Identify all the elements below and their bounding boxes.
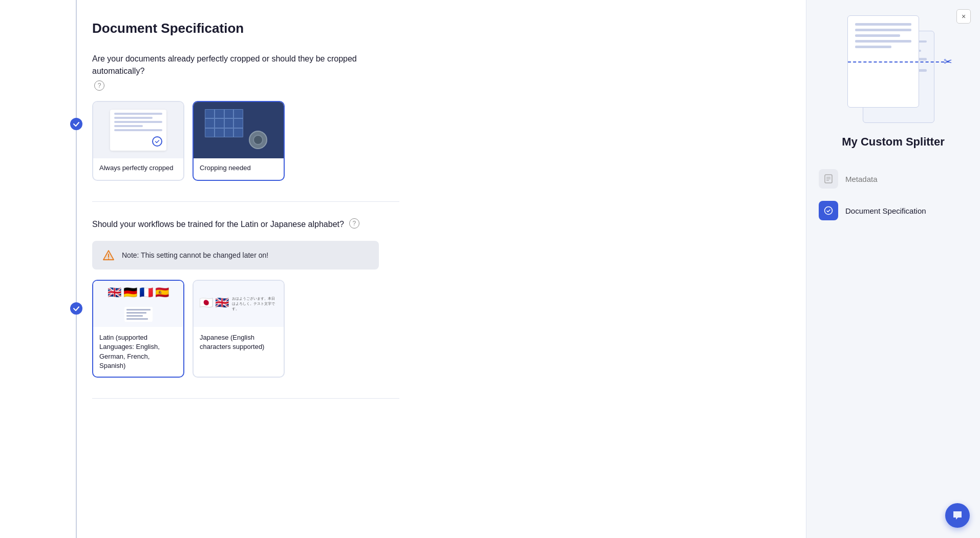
scissors-dashed-line (848, 61, 949, 63)
latin-mini-doc (124, 307, 153, 322)
flag-gb-jp: 🇬🇧 (215, 296, 229, 309)
svg-point-6 (825, 207, 833, 215)
page-title: Document Specification (92, 20, 775, 36)
japanese-card-image: 🇯🇵 🇬🇧 おはようございます。本日はよろしく。テスト文字です。 (194, 281, 284, 327)
japanese-card[interactable]: 🇯🇵 🇬🇧 おはようございます。本日はよろしく。テスト文字です。 Japanes… (193, 280, 285, 378)
cropped-doc-illustration (110, 110, 166, 151)
always-cropped-card[interactable]: Always perfectly cropped (92, 101, 184, 181)
section-alphabet: Should your workflows be trained for the… (92, 218, 775, 378)
doc-spec-step-icon (819, 201, 838, 220)
flag-de: 🇩🇪 (123, 286, 137, 299)
flag-es: 🇪🇸 (155, 286, 169, 299)
cropping-cards-row: Always perfectly cropped (92, 101, 775, 181)
timeline-dot-2 (70, 302, 82, 315)
doc-spec-step-label: Document Specification (845, 206, 926, 215)
latin-label: Latin (supported Languages: English, Ger… (93, 327, 183, 377)
panel-doc-main: ✂ (847, 15, 919, 108)
cropping-needed-image (194, 102, 284, 158)
latin-flags: 🇬🇧 🇩🇪 🇫🇷 🇪🇸 (108, 286, 169, 299)
chat-button[interactable] (945, 503, 970, 528)
check-overlay (152, 136, 162, 147)
section-cropping: Are your documents already perfectly cro… (92, 53, 775, 181)
always-cropped-label: Always perfectly cropped (93, 158, 183, 180)
cropping-needed-card[interactable]: Cropping needed (193, 101, 285, 181)
scissors-icon: ✂ (944, 55, 952, 68)
timeline-dot-1 (70, 118, 82, 130)
panel-doc-illustration: ✂ (847, 15, 940, 123)
doc-line-5 (114, 129, 162, 131)
japanese-label: Japanese (English characters supported) (194, 327, 284, 358)
panel-title: My Custom Splitter (819, 135, 968, 149)
camera-lens (253, 135, 263, 145)
doc-line-1 (114, 113, 162, 115)
timeline-line (76, 0, 77, 538)
flag-fr: 🇫🇷 (139, 286, 153, 299)
japanese-sample-text: おはようございます。本日はよろしく。テスト文字です。 (232, 296, 278, 311)
alphabet-question: Should your workflows be trained for the… (92, 218, 399, 231)
cropping-help-icon[interactable]: ? (94, 80, 104, 91)
laptop-body (205, 109, 243, 137)
panel-step-doc-spec[interactable]: Document Specification (819, 195, 968, 226)
cropping-question: Are your documents already perfectly cro… (92, 53, 399, 91)
desk-scene (203, 107, 274, 153)
flag-gb: 🇬🇧 (108, 286, 121, 299)
section-divider-2 (92, 398, 399, 399)
metadata-step-icon (819, 169, 838, 189)
doc-line-4 (114, 125, 143, 127)
doc-line-3 (114, 121, 162, 123)
close-button[interactable]: × (956, 9, 971, 24)
main-content: Document Specification Are your document… (0, 0, 806, 538)
always-cropped-image (93, 102, 183, 158)
latin-card[interactable]: 🇬🇧 🇩🇪 🇫🇷 🇪🇸 Latin (supported Languages: … (92, 280, 184, 378)
laptop-grid (205, 109, 243, 137)
warning-triangle-icon (101, 248, 116, 262)
section-divider-1 (92, 201, 399, 202)
warning-box: Note: This setting cannot be changed lat… (92, 241, 379, 270)
cropping-needed-label: Cropping needed (194, 158, 284, 180)
language-cards-row: 🇬🇧 🇩🇪 🇫🇷 🇪🇸 Latin (supported Languages: … (92, 280, 775, 378)
right-panel: × ✂ (806, 0, 980, 538)
metadata-step-label: Metadata (845, 175, 878, 183)
japanese-flags: 🇯🇵 🇬🇧 (199, 296, 229, 309)
panel-step-metadata[interactable]: Metadata (819, 163, 968, 195)
alphabet-help-icon[interactable]: ? (349, 218, 359, 229)
doc-line-2 (114, 117, 153, 119)
latin-card-image: 🇬🇧 🇩🇪 🇫🇷 🇪🇸 (93, 281, 183, 327)
camera-shape (249, 131, 267, 149)
svg-point-1 (108, 258, 109, 259)
warning-text: Note: This setting cannot be changed lat… (122, 251, 268, 259)
flag-jp: 🇯🇵 (199, 296, 213, 309)
